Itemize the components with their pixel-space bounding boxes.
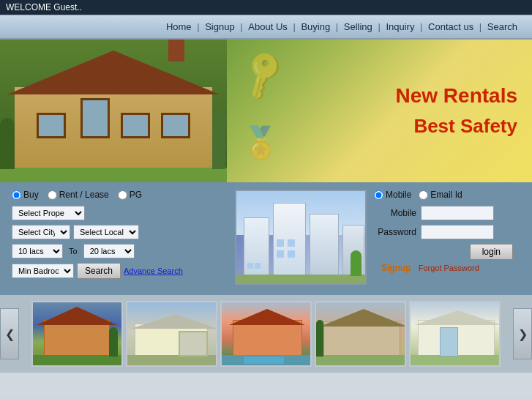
advance-search-link[interactable]: Advance Search (124, 266, 183, 275)
mobile-field-row: Mobile (374, 206, 520, 220)
forgot-password-link[interactable]: Forgot Password (419, 264, 479, 272)
photo-strip: ❮ (0, 295, 532, 373)
search-button[interactable]: Search (77, 263, 121, 279)
radio-pg[interactable] (118, 190, 127, 200)
radio-rent-label[interactable]: Rent / Lease (48, 190, 109, 200)
property-select-row: Select Prope (12, 206, 228, 220)
radio-pg-label[interactable]: PG (118, 190, 142, 200)
password-input[interactable] (421, 225, 494, 239)
bedroom-select[interactable]: Min Badroom 1 BHK 2 BHK 3 BHK (12, 264, 74, 278)
home-link[interactable]: Home (166, 21, 192, 32)
radio-buy-label[interactable]: Buy (12, 190, 39, 200)
bedroom-search-row: Min Badroom 1 BHK 2 BHK 3 BHK Search Adv… (12, 263, 228, 279)
top-bar: WELCOME Guest.. (0, 0, 532, 15)
property-preview-image (235, 190, 367, 288)
photo-item-3[interactable] (220, 301, 312, 367)
photo-item-4[interactable] (315, 301, 406, 367)
about-link[interactable]: About Us (248, 21, 287, 32)
price-range-row: 10 lacs 5 lacs 15 lacs 30 lacs To 20 lac… (12, 244, 228, 258)
prev-arrow-button[interactable]: ❮ (0, 308, 19, 359)
hero-new-rentals-text: New Rentals (241, 84, 517, 108)
login-btn-row: login (374, 244, 520, 260)
hero-banner: 🔑 🏅 New Rentals Best Safety (0, 40, 532, 182)
radio-buy[interactable] (12, 190, 21, 200)
radio-mobile-label[interactable]: Mobile (374, 190, 411, 200)
search-form: Buy Rent / Lease PG Select Prope Select … (12, 190, 228, 288)
login-type-radios: Mobile Email Id (374, 190, 520, 200)
photo-items-container (19, 301, 513, 367)
buying-link[interactable]: Buying (301, 21, 330, 32)
nav-bar: Home | Signup | About Us | Buying | Sell… (0, 15, 532, 40)
login-form: Mobile Email Id Mobile Password login Si… (374, 190, 520, 288)
city-locality-row: Select City Select Localit (12, 225, 228, 239)
radio-mobile[interactable] (374, 190, 383, 200)
radio-email[interactable] (419, 190, 428, 200)
price-from-select[interactable]: 10 lacs 5 lacs 15 lacs 30 lacs (12, 244, 63, 258)
welcome-text: WELCOME Guest.. (6, 2, 82, 12)
signup-link[interactable]: Signup (381, 263, 411, 273)
inquiry-link[interactable]: Inquiry (386, 21, 414, 32)
photo-item-1[interactable] (31, 301, 123, 367)
search-section: Buy Rent / Lease PG Select Prope Select … (0, 182, 532, 295)
signup-nav-link[interactable]: Signup (205, 21, 234, 32)
contact-link[interactable]: Contact us (428, 21, 473, 32)
password-field-row: Password (374, 225, 520, 239)
hero-right-panel: 🔑 🏅 New Rentals Best Safety (227, 40, 532, 182)
mobile-label: Mobile (374, 208, 416, 218)
city-select[interactable]: Select City (12, 225, 70, 239)
next-arrow-button[interactable]: ❯ (513, 308, 532, 359)
password-label: Password (374, 227, 416, 237)
hero-best-safety-text: Best Safety (241, 115, 517, 138)
radio-email-label[interactable]: Email Id (419, 190, 462, 200)
photo-item-2[interactable] (126, 301, 217, 367)
mobile-input[interactable] (421, 206, 494, 220)
hero-house-image (0, 40, 227, 182)
property-type-select[interactable]: Select Prope (12, 206, 85, 220)
price-to-label: To (69, 247, 78, 256)
search-nav-link[interactable]: Search (487, 21, 517, 32)
photo-item-5[interactable] (409, 301, 501, 367)
selling-link[interactable]: Selling (344, 21, 372, 32)
price-to-select[interactable]: 20 lacs 30 lacs 50 lacs (83, 244, 135, 258)
property-type-radios: Buy Rent / Lease PG (12, 190, 228, 200)
radio-rent[interactable] (48, 190, 57, 200)
medal-icon: 🏅 (241, 124, 280, 160)
locality-select[interactable]: Select Localit (73, 225, 139, 239)
auth-links-row: Signup Forgot Password (381, 263, 520, 273)
login-button[interactable]: login (470, 244, 513, 260)
